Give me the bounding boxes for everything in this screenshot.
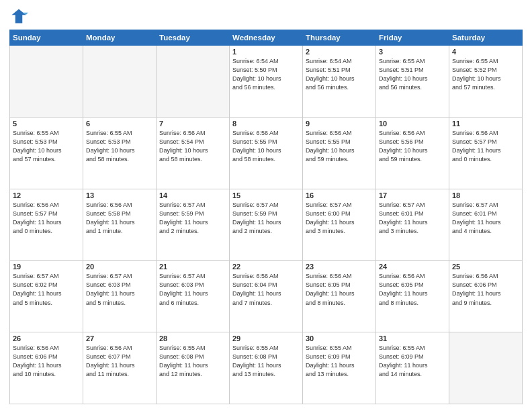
calendar-table: SundayMondayTuesdayWednesdayThursdayFrid… [9, 30, 523, 404]
calendar-cell: 22Sunrise: 6:56 AM Sunset: 6:04 PM Dayli… [230, 261, 303, 332]
calendar-week-row: 26Sunrise: 6:56 AM Sunset: 6:06 PM Dayli… [10, 332, 523, 404]
logo-icon [9, 7, 28, 26]
logo [9, 7, 31, 26]
days-header-row: SundayMondayTuesdayWednesdayThursdayFrid… [10, 30, 523, 46]
calendar-cell: 14Sunrise: 6:57 AM Sunset: 5:59 PM Dayli… [157, 189, 230, 261]
day-info: Sunrise: 6:56 AM Sunset: 5:54 PM Dayligh… [159, 129, 226, 164]
day-info: Sunrise: 6:56 AM Sunset: 6:05 PM Dayligh… [306, 272, 373, 307]
calendar-cell: 6Sunrise: 6:55 AM Sunset: 5:53 PM Daylig… [83, 117, 157, 189]
day-info: Sunrise: 6:57 AM Sunset: 6:00 PM Dayligh… [306, 201, 373, 236]
day-of-week-header: Thursday [303, 30, 376, 46]
day-info: Sunrise: 6:56 AM Sunset: 5:57 PM Dayligh… [13, 201, 80, 236]
day-number: 2 [306, 48, 373, 56]
day-info: Sunrise: 6:56 AM Sunset: 6:06 PM Dayligh… [13, 344, 80, 379]
calendar-cell [10, 46, 83, 118]
calendar-cell: 15Sunrise: 6:57 AM Sunset: 5:59 PM Dayli… [230, 189, 303, 261]
calendar-cell: 2Sunrise: 6:54 AM Sunset: 5:51 PM Daylig… [303, 46, 376, 118]
day-info: Sunrise: 6:57 AM Sunset: 5:59 PM Dayligh… [232, 201, 300, 236]
day-number: 3 [379, 48, 446, 56]
day-info: Sunrise: 6:56 AM Sunset: 5:55 PM Dayligh… [306, 129, 373, 164]
calendar-cell [83, 46, 157, 118]
day-number: 15 [232, 191, 300, 199]
day-info: Sunrise: 6:55 AM Sunset: 6:09 PM Dayligh… [379, 344, 446, 379]
calendar-cell: 30Sunrise: 6:55 AM Sunset: 6:09 PM Dayli… [303, 332, 376, 404]
day-number: 26 [13, 334, 80, 342]
day-of-week-header: Friday [376, 30, 449, 46]
day-info: Sunrise: 6:56 AM Sunset: 6:04 PM Dayligh… [232, 272, 300, 307]
day-number: 11 [452, 120, 519, 128]
calendar-cell: 3Sunrise: 6:55 AM Sunset: 5:51 PM Daylig… [376, 46, 449, 118]
day-info: Sunrise: 6:54 AM Sunset: 5:51 PM Dayligh… [306, 57, 373, 92]
day-info: Sunrise: 6:57 AM Sunset: 5:59 PM Dayligh… [159, 201, 226, 236]
calendar-week-row: 19Sunrise: 6:57 AM Sunset: 6:02 PM Dayli… [10, 261, 523, 332]
day-info: Sunrise: 6:56 AM Sunset: 6:06 PM Dayligh… [452, 272, 519, 307]
calendar-cell: 27Sunrise: 6:56 AM Sunset: 6:07 PM Dayli… [83, 332, 157, 404]
calendar-cell: 9Sunrise: 6:56 AM Sunset: 5:55 PM Daylig… [303, 117, 376, 189]
calendar-cell: 8Sunrise: 6:56 AM Sunset: 5:55 PM Daylig… [230, 117, 303, 189]
day-info: Sunrise: 6:56 AM Sunset: 5:58 PM Dayligh… [86, 201, 153, 236]
day-of-week-header: Sunday [10, 30, 83, 46]
svg-marker-0 [12, 9, 26, 24]
day-number: 13 [86, 191, 153, 199]
day-info: Sunrise: 6:57 AM Sunset: 6:03 PM Dayligh… [86, 272, 153, 307]
calendar-cell: 13Sunrise: 6:56 AM Sunset: 5:58 PM Dayli… [83, 189, 157, 261]
calendar-cell: 18Sunrise: 6:57 AM Sunset: 6:01 PM Dayli… [449, 189, 523, 261]
day-number: 14 [159, 191, 226, 199]
day-number: 21 [159, 263, 226, 271]
day-info: Sunrise: 6:55 AM Sunset: 5:53 PM Dayligh… [86, 129, 153, 164]
day-info: Sunrise: 6:55 AM Sunset: 5:53 PM Dayligh… [13, 129, 80, 164]
day-of-week-header: Tuesday [157, 30, 230, 46]
day-info: Sunrise: 6:56 AM Sunset: 5:56 PM Dayligh… [379, 129, 446, 164]
day-number: 19 [13, 263, 80, 271]
day-number: 16 [306, 191, 373, 199]
day-of-week-header: Saturday [449, 30, 523, 46]
day-info: Sunrise: 6:57 AM Sunset: 6:03 PM Dayligh… [159, 272, 226, 307]
calendar-cell: 4Sunrise: 6:55 AM Sunset: 5:52 PM Daylig… [449, 46, 523, 118]
day-number: 4 [452, 48, 519, 56]
day-info: Sunrise: 6:56 AM Sunset: 6:07 PM Dayligh… [86, 344, 153, 379]
day-info: Sunrise: 6:57 AM Sunset: 6:01 PM Dayligh… [379, 201, 446, 236]
day-number: 24 [379, 263, 446, 271]
calendar-cell: 23Sunrise: 6:56 AM Sunset: 6:05 PM Dayli… [303, 261, 376, 332]
day-info: Sunrise: 6:55 AM Sunset: 5:52 PM Dayligh… [452, 57, 519, 92]
calendar-cell: 5Sunrise: 6:55 AM Sunset: 5:53 PM Daylig… [10, 117, 83, 189]
calendar-cell: 26Sunrise: 6:56 AM Sunset: 6:06 PM Dayli… [10, 332, 83, 404]
day-info: Sunrise: 6:55 AM Sunset: 5:51 PM Dayligh… [379, 57, 446, 92]
day-number: 6 [86, 120, 153, 128]
day-number: 20 [86, 263, 153, 271]
calendar-week-row: 1Sunrise: 6:54 AM Sunset: 5:50 PM Daylig… [10, 46, 523, 118]
day-number: 7 [159, 120, 226, 128]
day-info: Sunrise: 6:54 AM Sunset: 5:50 PM Dayligh… [232, 57, 300, 92]
calendar-cell: 25Sunrise: 6:56 AM Sunset: 6:06 PM Dayli… [449, 261, 523, 332]
day-number: 1 [232, 48, 300, 56]
calendar-body: 1Sunrise: 6:54 AM Sunset: 5:50 PM Daylig… [10, 46, 523, 404]
day-info: Sunrise: 6:55 AM Sunset: 6:08 PM Dayligh… [232, 344, 300, 379]
calendar-week-row: 12Sunrise: 6:56 AM Sunset: 5:57 PM Dayli… [10, 189, 523, 261]
calendar-cell: 12Sunrise: 6:56 AM Sunset: 5:57 PM Dayli… [10, 189, 83, 261]
day-number: 22 [232, 263, 300, 271]
day-info: Sunrise: 6:57 AM Sunset: 6:02 PM Dayligh… [13, 272, 80, 307]
day-number: 23 [306, 263, 373, 271]
day-number: 9 [306, 120, 373, 128]
calendar-cell: 10Sunrise: 6:56 AM Sunset: 5:56 PM Dayli… [376, 117, 449, 189]
day-number: 12 [13, 191, 80, 199]
day-number: 18 [452, 191, 519, 199]
page: SundayMondayTuesdayWednesdayThursdayFrid… [0, 0, 532, 411]
calendar-cell [157, 46, 230, 118]
day-number: 27 [86, 334, 153, 342]
day-number: 31 [379, 334, 446, 342]
day-number: 5 [13, 120, 80, 128]
calendar-cell: 24Sunrise: 6:56 AM Sunset: 6:05 PM Dayli… [376, 261, 449, 332]
calendar-cell: 21Sunrise: 6:57 AM Sunset: 6:03 PM Dayli… [157, 261, 230, 332]
day-number: 8 [232, 120, 300, 128]
header [9, 7, 523, 26]
day-number: 17 [379, 191, 446, 199]
calendar-header: SundayMondayTuesdayWednesdayThursdayFrid… [10, 30, 523, 46]
day-info: Sunrise: 6:56 AM Sunset: 6:05 PM Dayligh… [379, 272, 446, 307]
calendar-cell: 16Sunrise: 6:57 AM Sunset: 6:00 PM Dayli… [303, 189, 376, 261]
calendar-cell [449, 332, 523, 404]
calendar-cell: 19Sunrise: 6:57 AM Sunset: 6:02 PM Dayli… [10, 261, 83, 332]
day-info: Sunrise: 6:56 AM Sunset: 5:57 PM Dayligh… [452, 129, 519, 164]
day-info: Sunrise: 6:56 AM Sunset: 5:55 PM Dayligh… [232, 129, 300, 164]
calendar-cell: 31Sunrise: 6:55 AM Sunset: 6:09 PM Dayli… [376, 332, 449, 404]
